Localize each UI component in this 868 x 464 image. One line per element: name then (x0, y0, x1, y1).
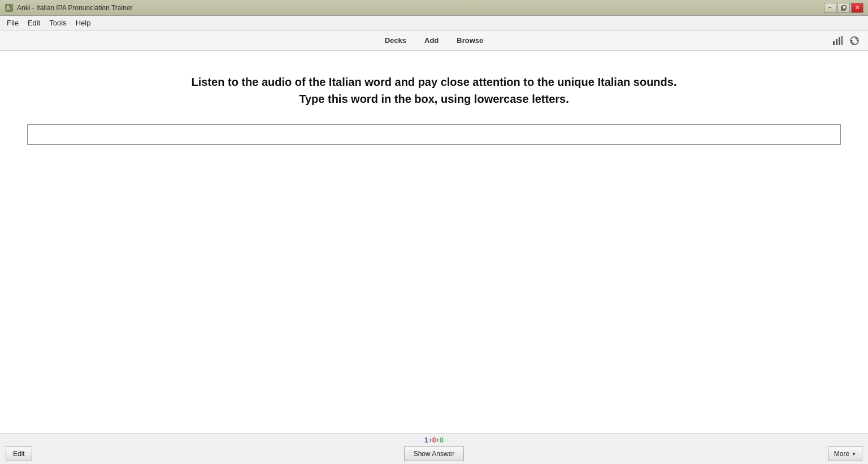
title-bar: A Anki - Italian IPA Pronunciation Train… (0, 0, 868, 16)
menu-tools[interactable]: Tools (45, 17, 71, 29)
svg-rect-3 (843, 6, 846, 9)
instruction-line1: Listen to the audio of the Italian word … (192, 73, 677, 90)
instructions: Listen to the audio of the Italian word … (192, 73, 677, 107)
show-answer-button[interactable]: Show Answer (404, 446, 465, 461)
count-green: 0 (440, 436, 444, 444)
bottom-bar: 1 + 0 + 0 Edit Show Answer More ▼ (0, 433, 868, 464)
svg-rect-6 (839, 37, 840, 45)
bottom-buttons: Edit Show Answer More ▼ (0, 446, 868, 461)
restore-button[interactable] (837, 3, 850, 13)
answer-input[interactable] (27, 124, 841, 145)
count-blue: 1 (424, 436, 428, 444)
title-bar-left: A Anki - Italian IPA Pronunciation Train… (5, 3, 133, 12)
restore-icon (841, 5, 847, 11)
window-controls: − ✕ (824, 3, 863, 13)
menu-file[interactable]: File (2, 17, 23, 29)
anki-icon: A (5, 3, 14, 12)
count-plus1: + (428, 436, 432, 444)
sync-button[interactable] (848, 34, 861, 47)
more-button[interactable]: More ▼ (828, 446, 862, 461)
sync-icon (849, 36, 860, 46)
toolbar-decks[interactable]: Decks (381, 34, 410, 47)
instruction-line2: Type this word in the box, using lowerca… (192, 90, 677, 107)
toolbar-nav: Decks Add Browse (381, 34, 487, 47)
window-title: Anki - Italian IPA Pronunciation Trainer (17, 4, 133, 12)
svg-rect-4 (833, 41, 835, 45)
svg-text:A: A (6, 5, 10, 11)
card-counts: 1 + 0 + 0 (424, 436, 444, 444)
menu-help[interactable]: Help (71, 17, 96, 29)
menu-bar: File Edit Tools Help (0, 16, 868, 31)
menu-edit[interactable]: Edit (23, 17, 45, 29)
count-red: 0 (432, 436, 436, 444)
more-label: More (834, 450, 849, 458)
minimize-button[interactable]: − (824, 3, 836, 13)
close-button[interactable]: ✕ (851, 3, 863, 13)
edit-button[interactable]: Edit (6, 446, 32, 461)
svg-rect-5 (836, 39, 837, 45)
more-dropdown-arrow: ▼ (852, 452, 856, 457)
toolbar-right (831, 34, 861, 47)
toolbar-browse[interactable]: Browse (453, 34, 487, 47)
toolbar: Decks Add Browse (0, 31, 868, 51)
stats-button[interactable] (831, 34, 844, 47)
svg-rect-7 (841, 36, 843, 45)
toolbar-add[interactable]: Add (421, 34, 442, 47)
count-plus2: + (436, 436, 440, 444)
main-content: Listen to the audio of the Italian word … (0, 51, 868, 433)
stats-icon (832, 36, 843, 46)
